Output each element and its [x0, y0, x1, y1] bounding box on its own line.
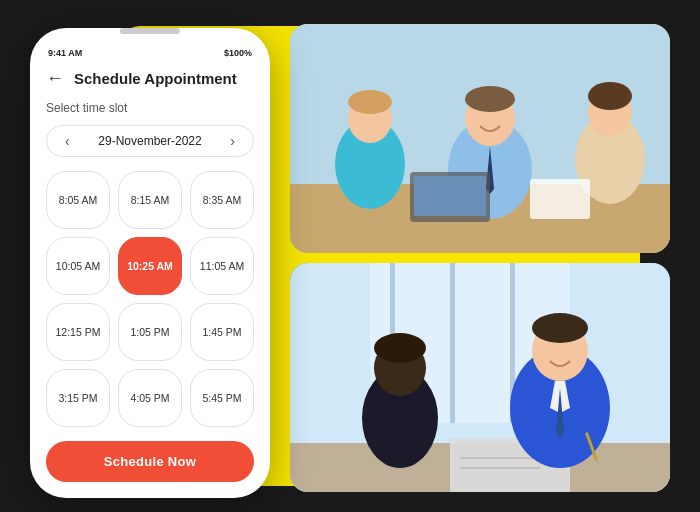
time-slot[interactable]: 11:05 AM: [190, 237, 254, 295]
page-title: Schedule Appointment: [74, 70, 237, 87]
time-grid: 8:05 AM8:15 AM8:35 AM10:05 AM10:25 AM11:…: [46, 171, 254, 427]
content-wrapper: 9:41 AM $100% ← Schedule Appointment Sel…: [10, 8, 690, 504]
images-container: [290, 24, 670, 492]
next-date-button[interactable]: ›: [226, 133, 239, 149]
phone-body: Select time slot ‹ 29-November-2022 › 8:…: [30, 93, 270, 498]
time-slot[interactable]: 12:15 PM: [46, 303, 110, 361]
date-selector: ‹ 29-November-2022 ›: [46, 125, 254, 157]
schedule-now-button[interactable]: Schedule Now: [46, 441, 254, 482]
time-slot[interactable]: 8:35 AM: [190, 171, 254, 229]
current-date: 29-November-2022: [98, 134, 201, 148]
status-signal: 9:41 AM: [48, 48, 82, 58]
bottom-image: [290, 263, 670, 492]
time-slot[interactable]: 1:45 PM: [190, 303, 254, 361]
phone-header: ← Schedule Appointment: [30, 62, 270, 93]
top-image: [290, 24, 670, 253]
svg-point-11: [588, 82, 632, 110]
time-slot[interactable]: 8:15 AM: [118, 171, 182, 229]
time-slot[interactable]: 8:05 AM: [46, 171, 110, 229]
time-slot[interactable]: 10:25 AM: [118, 237, 182, 295]
svg-point-4: [348, 90, 392, 114]
section-label: Select time slot: [46, 101, 254, 115]
svg-point-26: [374, 333, 426, 363]
time-slot[interactable]: 1:05 PM: [118, 303, 182, 361]
svg-point-7: [465, 86, 515, 112]
svg-point-29: [532, 313, 588, 343]
phone-mockup: 9:41 AM $100% ← Schedule Appointment Sel…: [30, 28, 270, 498]
time-slot[interactable]: 5:45 PM: [190, 369, 254, 427]
back-button[interactable]: ←: [46, 68, 64, 89]
prev-date-button[interactable]: ‹: [61, 133, 74, 149]
time-slot[interactable]: 4:05 PM: [118, 369, 182, 427]
svg-rect-14: [530, 179, 590, 219]
status-battery: $100%: [224, 48, 252, 58]
status-bar: 9:41 AM $100%: [30, 38, 270, 62]
svg-rect-13: [414, 176, 486, 216]
phone-notch: [120, 28, 180, 34]
time-slot[interactable]: 10:05 AM: [46, 237, 110, 295]
time-slot[interactable]: 3:15 PM: [46, 369, 110, 427]
svg-rect-18: [450, 263, 455, 423]
